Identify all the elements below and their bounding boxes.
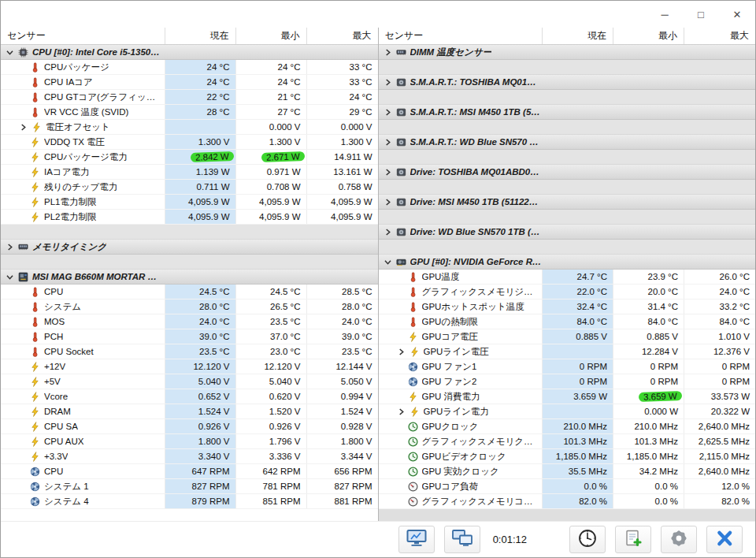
chevron-down-icon[interactable] [6,48,14,57]
sensor-row[interactable]: CPU GTコア(グラフィックス)22 °C21 °C24 °C [1,90,378,105]
column-header-max[interactable]: 最大 [307,28,378,44]
group-row[interactable]: MSI MAG B660M MORTAR MAX... [1,270,378,285]
chevron-right-icon[interactable] [6,243,14,251]
group-row[interactable]: GPU [#0]: NVIDIA GeForce RT... [379,255,756,270]
column-header-row: センサー 現在 最小 最大 [379,28,756,45]
maximize-button[interactable]: □ [683,1,719,28]
chevron-right-icon[interactable] [384,108,392,117]
chevron-right-icon[interactable] [384,78,392,87]
sensor-row[interactable]: DRAM1.524 V1.520 V1.524 V [1,404,378,419]
group-row[interactable]: S.M.A.R.T.: WD Blue SN570 1TB ... [379,135,756,150]
sensor-row[interactable]: PL1電力制限4,095.9 W4,095.9 W4,095.9 W [1,195,378,210]
sensor-row[interactable]: +5V5.040 V5.040 V5.050 V [1,374,378,389]
sensor-row[interactable]: 電圧オフセット0.000 V0.000 V [1,120,378,135]
sensor-row[interactable]: GPUライン電圧12.284 V12.376 V [379,344,756,359]
sensor-row[interactable]: CPU647 RPM642 RPM656 RPM [1,464,378,479]
min-value: 1.300 V [236,135,307,149]
min-value [613,105,684,119]
min-value: 24 °C [236,75,307,89]
chevron-right-icon[interactable] [384,228,392,236]
sensor-row[interactable]: 残りのチップ電力0.711 W0.708 W0.758 W [1,180,378,195]
max-value: 2,640.0 MHz [684,419,755,433]
group-row[interactable]: CPU [#0]: Intel Core i5-13500: E... [1,45,378,60]
chevron-down-icon[interactable] [6,273,14,281]
sensor-row[interactable]: システム 4879 RPM851 RPM881 RPM [1,494,378,509]
sensor-row[interactable]: グラフィックスメモリコントローラー...82.0 %0.0 %82.0 % [379,494,756,509]
column-header-min[interactable]: 最小 [613,28,684,44]
chevron-right-icon[interactable] [397,348,406,356]
sensor-row[interactable]: +12V12.120 V12.120 V12.144 V [1,359,378,374]
column-header-max[interactable]: 最大 [684,28,755,44]
sensor-row[interactable]: PCH39.0 °C37.0 °C39.0 °C [1,329,378,344]
sensor-row[interactable]: GPU温度24.7 °C23.9 °C26.0 °C [379,270,756,285]
column-header-current[interactable]: 現在 [543,28,613,44]
sensor-row[interactable]: システム 1827 RPM781 RPM827 RPM [1,479,378,494]
sensor-row[interactable]: PL2電力制限4,095.9 W4,095.9 W4,095.9 W [1,210,378,225]
close-button[interactable]: ✕ [719,1,755,28]
sensor-row[interactable]: GPUライン電力0.000 W20.322 W [379,404,756,419]
minimize-button[interactable]: ─ [647,1,683,28]
sensor-row[interactable]: グラフィックスメモリクロック101.3 MHz101.3 MHz2,625.5 … [379,434,756,449]
sensor-row[interactable]: GPUコア電圧0.885 V0.885 V1.010 V [379,329,756,344]
bolt-icon [30,407,40,417]
chevron-down-icon[interactable] [384,258,392,266]
sensor-row[interactable]: GPUの熱制限84.0 °C84.0 °C84.0 °C [379,314,756,329]
current-value: 5.040 V [165,374,236,389]
group-row[interactable]: S.M.A.R.T.: TOSHIBA MQ01ABD... [379,75,756,90]
sensor-row[interactable]: CPU AUX1.800 V1.796 V1.800 V [1,434,378,449]
sensor-row[interactable]: MOS24.0 °C23.5 °C24.0 °C [1,314,378,329]
sensor-row[interactable]: GPU 実効クロック35.5 MHz34.2 MHz2,640.0 MHz [379,464,756,479]
group-row[interactable]: メモリタイミング [1,240,378,255]
column-header-current[interactable]: 現在 [165,28,236,44]
column-header-sensor[interactable]: センサー [379,28,543,44]
sensor-row[interactable]: GPU 消費電力3.659 W3.659 W33.573 W [379,389,756,404]
current-value: 4,095.9 W [165,195,236,209]
group-row[interactable]: Drive: MSI M450 1TB (5112203... [379,195,756,210]
sensor-row[interactable]: VDDQ TX 電圧1.300 V1.300 V1.300 V [1,135,378,150]
bolt-icon [30,152,40,162]
sensor-row[interactable]: CPU24.5 °C24.5 °C28.5 °C [1,285,378,299]
column-header-min[interactable]: 最小 [236,28,307,44]
logging-clock-button[interactable] [569,526,606,553]
sensor-label: PL2電力制限 [44,211,96,223]
column-header-sensor[interactable]: センサー [1,28,165,44]
sensor-row[interactable]: +3.3V3.340 V3.336 V3.344 V [1,449,378,464]
sensor-row[interactable]: GPUコア負荷0.0 %0.0 %12.0 % [379,479,756,494]
sensor-row[interactable]: GPUビデオクロック1,185.0 MHz1,185.0 MHz2,115.0 … [379,449,756,464]
sensor-row[interactable]: システム28.0 °C26.5 °C28.0 °C [1,299,378,314]
sensor-row[interactable]: VR VCC 温度 (SVID)28 °C27 °C29 °C [1,105,378,120]
sensor-row[interactable]: CPU SA0.926 V0.926 V0.928 V [1,419,378,434]
close-sensors-button[interactable] [706,526,743,553]
settings-button[interactable] [661,526,697,553]
group-row[interactable]: Drive: TOSHIBA MQ01ABD075 ... [379,165,756,180]
sensor-row[interactable]: CPU Socket23.5 °C23.0 °C23.5 °C [1,344,378,359]
group-row[interactable]: Drive: WD Blue SN570 1TB (22... [379,225,756,240]
sensor-row[interactable]: GPUクロック210.0 MHz210.0 MHz2,640.0 MHz [379,419,756,434]
sensor-row[interactable]: CPUパッケージ電力2.842 W2.671 W14.911 W [1,150,378,165]
group-row[interactable]: S.M.A.R.T.: MSI M450 1TB (5112... [379,105,756,120]
sensor-row[interactable]: CPUパッケージ24 °C24 °C33 °C [1,60,378,75]
sensor-row[interactable]: グラフィックスメモリジャンクション...22.0 °C20.0 °C24.0 °… [379,285,756,299]
sensor-panels: センサー 現在 最小 最大 CPU [#0]: Intel Core i5-13… [1,28,755,521]
sensor-row[interactable]: CPU IAコア24 °C24 °C33 °C [1,75,378,90]
sensor-row[interactable]: GPUホットスポット温度32.4 °C31.4 °C33.2 °C [379,299,756,314]
bolt-icon [30,197,40,207]
current-value: 0 RPM [543,359,613,374]
bolt-icon [410,347,420,357]
remote-monitoring-button[interactable] [444,526,480,553]
chevron-right-icon[interactable] [384,198,392,206]
sensor-row[interactable]: Vcore0.652 V0.620 V0.994 V [1,389,378,404]
sensor-row[interactable]: IAコア電力1.139 W0.971 W13.161 W [1,165,378,180]
chevron-right-icon[interactable] [19,123,28,132]
sensor-name-cell: グラフィックスメモリジャンクション... [379,285,543,299]
chevron-right-icon[interactable] [384,48,392,57]
sensors-monitor-button[interactable] [398,526,435,553]
chevron-right-icon[interactable] [397,407,406,416]
sensor-row[interactable]: GPU ファン20 RPM0 RPM0 RPM [379,374,756,389]
chevron-right-icon[interactable] [384,168,392,177]
sensor-name-cell: 電圧オフセット [1,120,165,134]
chevron-right-icon[interactable] [384,138,392,147]
report-button[interactable] [615,526,651,553]
sensor-row[interactable]: GPU ファン10 RPM0 RPM0 RPM [379,359,756,374]
group-row[interactable]: DIMM 温度センサー [379,45,756,60]
